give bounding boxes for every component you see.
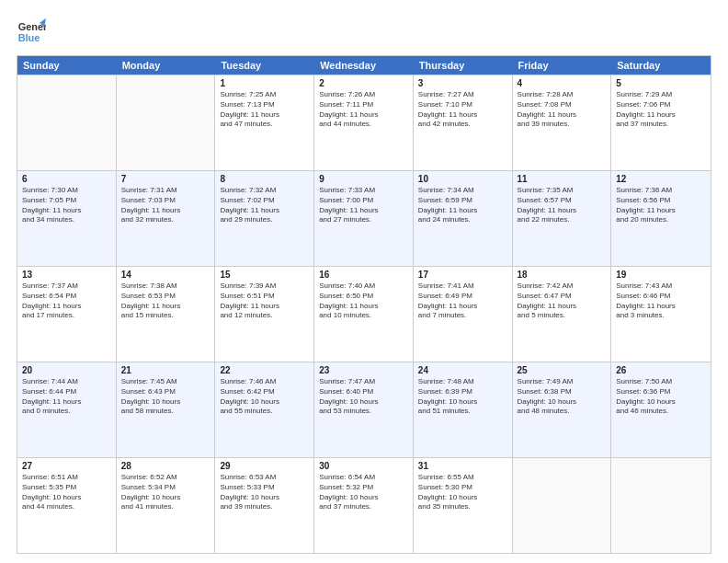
day-number: 16 xyxy=(319,270,408,280)
day-details: Sunrise: 7:30 AM Sunset: 7:05 PM Dayligh… xyxy=(22,186,111,225)
day-details: Sunrise: 7:36 AM Sunset: 6:56 PM Dayligh… xyxy=(616,186,706,225)
day-number: 17 xyxy=(418,270,507,280)
day-cell-22: 22Sunrise: 7:46 AM Sunset: 6:42 PM Dayli… xyxy=(215,362,314,457)
day-cell-16: 16Sunrise: 7:40 AM Sunset: 6:50 PM Dayli… xyxy=(314,267,414,362)
day-details: Sunrise: 7:39 AM Sunset: 6:51 PM Dayligh… xyxy=(220,282,309,321)
day-number: 7 xyxy=(121,174,210,184)
day-details: Sunrise: 7:34 AM Sunset: 6:59 PM Dayligh… xyxy=(418,186,507,225)
day-details: Sunrise: 7:27 AM Sunset: 7:10 PM Dayligh… xyxy=(418,90,507,130)
day-details: Sunrise: 6:53 AM Sunset: 5:33 PM Dayligh… xyxy=(220,473,309,512)
day-number: 26 xyxy=(616,365,706,375)
day-cell-14: 14Sunrise: 7:38 AM Sunset: 6:53 PM Dayli… xyxy=(117,267,216,362)
day-details: Sunrise: 6:52 AM Sunset: 5:34 PM Dayligh… xyxy=(121,473,210,512)
weekday-header-monday: Monday xyxy=(117,56,216,75)
day-details: Sunrise: 7:45 AM Sunset: 6:43 PM Dayligh… xyxy=(121,377,210,417)
empty-cell xyxy=(117,75,216,170)
day-cell-17: 17Sunrise: 7:41 AM Sunset: 6:49 PM Dayli… xyxy=(414,267,513,362)
day-cell-15: 15Sunrise: 7:39 AM Sunset: 6:51 PM Dayli… xyxy=(215,267,314,362)
day-number: 2 xyxy=(319,78,408,88)
calendar-row: 13Sunrise: 7:37 AM Sunset: 6:54 PM Dayli… xyxy=(17,266,711,362)
day-cell-6: 6Sunrise: 7:30 AM Sunset: 7:05 PM Daylig… xyxy=(17,171,117,266)
svg-text:Blue: Blue xyxy=(18,32,40,43)
day-cell-7: 7Sunrise: 7:31 AM Sunset: 7:03 PM Daylig… xyxy=(117,171,216,266)
day-cell-13: 13Sunrise: 7:37 AM Sunset: 6:54 PM Dayli… xyxy=(17,267,117,362)
day-number: 30 xyxy=(319,461,408,471)
day-cell-5: 5Sunrise: 7:29 AM Sunset: 7:06 PM Daylig… xyxy=(611,75,711,170)
day-cell-1: 1Sunrise: 7:25 AM Sunset: 7:13 PM Daylig… xyxy=(215,75,314,170)
day-cell-8: 8Sunrise: 7:32 AM Sunset: 7:02 PM Daylig… xyxy=(215,171,314,266)
weekday-header-saturday: Saturday xyxy=(611,56,711,75)
logo-icon: General Blue xyxy=(17,17,46,46)
day-number: 9 xyxy=(319,174,408,184)
day-details: Sunrise: 7:40 AM Sunset: 6:50 PM Dayligh… xyxy=(319,282,408,321)
day-cell-27: 27Sunrise: 6:51 AM Sunset: 5:35 PM Dayli… xyxy=(17,458,117,553)
day-number: 20 xyxy=(22,365,111,375)
day-number: 23 xyxy=(319,365,408,375)
day-cell-18: 18Sunrise: 7:42 AM Sunset: 6:47 PM Dayli… xyxy=(513,267,612,362)
day-number: 11 xyxy=(518,174,607,184)
day-number: 13 xyxy=(22,270,111,280)
empty-cell xyxy=(17,75,117,170)
day-details: Sunrise: 7:37 AM Sunset: 6:54 PM Dayligh… xyxy=(22,282,111,321)
calendar-row: 20Sunrise: 7:44 AM Sunset: 6:44 PM Dayli… xyxy=(17,362,711,457)
day-details: Sunrise: 7:29 AM Sunset: 7:06 PM Dayligh… xyxy=(616,90,706,130)
weekday-header-sunday: Sunday xyxy=(17,56,117,75)
day-details: Sunrise: 7:33 AM Sunset: 7:00 PM Dayligh… xyxy=(319,186,408,225)
day-number: 8 xyxy=(220,174,309,184)
day-number: 24 xyxy=(418,365,507,375)
day-number: 19 xyxy=(616,270,706,280)
day-number: 3 xyxy=(418,78,507,88)
day-details: Sunrise: 7:41 AM Sunset: 6:49 PM Dayligh… xyxy=(418,282,507,321)
day-number: 15 xyxy=(220,270,309,280)
day-number: 5 xyxy=(616,78,706,88)
day-details: Sunrise: 7:26 AM Sunset: 7:11 PM Dayligh… xyxy=(319,90,408,130)
day-cell-9: 9Sunrise: 7:33 AM Sunset: 7:00 PM Daylig… xyxy=(314,171,414,266)
day-details: Sunrise: 7:25 AM Sunset: 7:13 PM Dayligh… xyxy=(220,90,309,130)
day-cell-30: 30Sunrise: 6:54 AM Sunset: 5:32 PM Dayli… xyxy=(314,458,414,553)
empty-cell xyxy=(611,458,711,553)
day-cell-25: 25Sunrise: 7:49 AM Sunset: 6:38 PM Dayli… xyxy=(513,362,612,457)
day-cell-3: 3Sunrise: 7:27 AM Sunset: 7:10 PM Daylig… xyxy=(414,75,513,170)
day-number: 29 xyxy=(220,461,309,471)
day-details: Sunrise: 7:49 AM Sunset: 6:38 PM Dayligh… xyxy=(518,377,607,417)
day-number: 27 xyxy=(22,461,111,471)
day-cell-20: 20Sunrise: 7:44 AM Sunset: 6:44 PM Dayli… xyxy=(17,362,117,457)
day-details: Sunrise: 6:51 AM Sunset: 5:35 PM Dayligh… xyxy=(22,473,111,512)
day-cell-31: 31Sunrise: 6:55 AM Sunset: 5:30 PM Dayli… xyxy=(414,458,513,553)
day-number: 28 xyxy=(121,461,210,471)
day-cell-11: 11Sunrise: 7:35 AM Sunset: 6:57 PM Dayli… xyxy=(513,171,612,266)
day-number: 22 xyxy=(220,365,309,375)
day-number: 18 xyxy=(518,270,607,280)
day-details: Sunrise: 7:46 AM Sunset: 6:42 PM Dayligh… xyxy=(220,377,309,417)
day-cell-12: 12Sunrise: 7:36 AM Sunset: 6:56 PM Dayli… xyxy=(611,171,711,266)
day-details: Sunrise: 7:44 AM Sunset: 6:44 PM Dayligh… xyxy=(22,377,111,417)
day-details: Sunrise: 7:32 AM Sunset: 7:02 PM Dayligh… xyxy=(220,186,309,225)
day-number: 14 xyxy=(121,270,210,280)
day-number: 25 xyxy=(518,365,607,375)
day-cell-29: 29Sunrise: 6:53 AM Sunset: 5:33 PM Dayli… xyxy=(215,458,314,553)
weekday-header-friday: Friday xyxy=(513,56,612,75)
day-details: Sunrise: 7:28 AM Sunset: 7:08 PM Dayligh… xyxy=(518,90,607,130)
day-number: 31 xyxy=(418,461,507,471)
day-number: 21 xyxy=(121,365,210,375)
day-cell-21: 21Sunrise: 7:45 AM Sunset: 6:43 PM Dayli… xyxy=(117,362,216,457)
day-cell-24: 24Sunrise: 7:48 AM Sunset: 6:39 PM Dayli… xyxy=(414,362,513,457)
empty-cell xyxy=(513,458,612,553)
day-details: Sunrise: 7:38 AM Sunset: 6:53 PM Dayligh… xyxy=(121,282,210,321)
weekday-header-tuesday: Tuesday xyxy=(215,56,314,75)
day-number: 4 xyxy=(518,78,607,88)
day-details: Sunrise: 7:50 AM Sunset: 6:36 PM Dayligh… xyxy=(616,377,706,417)
day-details: Sunrise: 7:48 AM Sunset: 6:39 PM Dayligh… xyxy=(418,377,507,417)
calendar-header: SundayMondayTuesdayWednesdayThursdayFrid… xyxy=(17,56,711,75)
day-details: Sunrise: 7:43 AM Sunset: 6:46 PM Dayligh… xyxy=(616,282,706,321)
day-number: 1 xyxy=(220,78,309,88)
day-number: 12 xyxy=(616,174,706,184)
calendar-row: 6Sunrise: 7:30 AM Sunset: 7:05 PM Daylig… xyxy=(17,170,711,266)
day-details: Sunrise: 6:55 AM Sunset: 5:30 PM Dayligh… xyxy=(418,473,507,512)
calendar: SundayMondayTuesdayWednesdayThursdayFrid… xyxy=(17,55,711,554)
day-cell-10: 10Sunrise: 7:34 AM Sunset: 6:59 PM Dayli… xyxy=(414,171,513,266)
day-cell-2: 2Sunrise: 7:26 AM Sunset: 7:11 PM Daylig… xyxy=(314,75,414,170)
day-details: Sunrise: 7:31 AM Sunset: 7:03 PM Dayligh… xyxy=(121,186,210,225)
day-number: 6 xyxy=(22,174,111,184)
day-cell-23: 23Sunrise: 7:47 AM Sunset: 6:40 PM Dayli… xyxy=(314,362,414,457)
